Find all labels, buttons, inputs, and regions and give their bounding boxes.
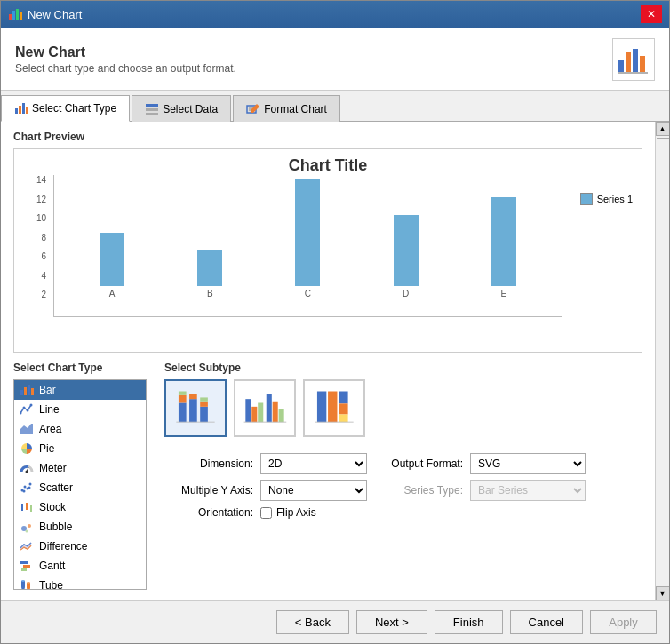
svg-rect-73 [258, 402, 263, 422]
subtype-and-options: Select Subtype [164, 362, 642, 592]
legend-label: Series 1 [597, 194, 633, 204]
subtype-icon-2[interactable] [234, 379, 296, 437]
chart-type-line[interactable]: Line [14, 400, 146, 419]
chart-type-difference[interactable]: Difference [14, 537, 146, 556]
header-icon [612, 38, 655, 81]
chart-type-gantt[interactable]: Gantt [14, 556, 146, 576]
cancel-button[interactable]: Cancel [510, 610, 583, 634]
chart-title: Chart Title [14, 149, 642, 175]
app-icon [8, 7, 22, 21]
chart-type-bubble[interactable]: Bubble [14, 517, 146, 537]
svg-rect-50 [23, 565, 30, 568]
scroll-up-arrow[interactable]: ▲ [656, 122, 670, 136]
orientation-label: Orientation: [164, 506, 253, 519]
dialog-header: New Chart Select chart type and choose a… [1, 28, 669, 91]
y-axis: 2 4 6 8 10 12 14 [23, 175, 50, 299]
bar-label-e: E [501, 289, 507, 298]
legend-color-box [580, 193, 593, 205]
title-bar: New Chart ✕ [1, 1, 669, 28]
tab-select-data-icon [145, 102, 159, 116]
chart-type-tube[interactable]: Tube [14, 576, 146, 590]
chart-type-bubble-label: Bubble [39, 521, 72, 533]
chart-type-meter-label: Meter [39, 462, 67, 474]
difference-chart-icon [20, 539, 34, 553]
scroll-thumb[interactable] [657, 138, 669, 139]
chart-type-area-label: Area [39, 423, 61, 435]
svg-rect-68 [200, 401, 208, 406]
output-format-select[interactable]: SVG PNG Flash [470, 453, 586, 474]
bar-label-d: D [403, 289, 409, 298]
tab-select-chart[interactable]: Select Chart Type [1, 95, 130, 122]
dimension-select[interactable]: 2D 3D [260, 453, 367, 474]
bar-group-c: C [295, 179, 320, 298]
bar-d [394, 215, 419, 286]
chart-type-stock[interactable]: Stock [14, 497, 146, 517]
chart-type-meter[interactable]: Meter [14, 458, 146, 478]
svg-rect-13 [146, 104, 158, 107]
svg-rect-78 [317, 391, 326, 422]
svg-rect-4 [618, 60, 624, 72]
svg-rect-7 [640, 56, 645, 72]
svg-point-24 [23, 407, 26, 409]
svg-rect-67 [200, 406, 208, 421]
bottom-section: Select Chart Type Bar [13, 362, 642, 592]
chart-type-pie-label: Pie [39, 442, 54, 455]
line-chart-icon [20, 402, 34, 417]
chart-type-section-label: Select Chart Type [13, 362, 147, 374]
svg-point-47 [26, 530, 28, 533]
bar-a [100, 233, 124, 286]
flip-axis-row: Flip Axis [260, 506, 367, 519]
chart-type-scatter[interactable]: Scatter [14, 478, 146, 497]
tab-bar: Select Chart Type Select Data Format Cha… [1, 91, 669, 122]
bar-container: A B C D [54, 175, 562, 298]
options-grid: Dimension: 2D 3D Output Format: SVG PNG … [164, 453, 642, 519]
chart-preview-box: Chart Title 2 4 6 8 10 12 14 [13, 148, 642, 353]
bar-c [295, 179, 320, 286]
svg-rect-65 [189, 399, 197, 422]
svg-rect-66 [189, 394, 197, 399]
bar-b [197, 250, 222, 286]
next-button[interactable]: Next > [356, 610, 427, 634]
multiple-y-select[interactable]: None Left Right [260, 480, 367, 501]
chart-type-tube-label: Tube [39, 579, 63, 590]
chart-legend: Series 1 [580, 193, 633, 205]
chart-type-list[interactable]: Bar Line [13, 379, 147, 590]
apply-button[interactable]: Apply [590, 610, 657, 634]
finish-button[interactable]: Finish [435, 610, 503, 634]
svg-rect-14 [146, 108, 158, 111]
chart-type-pie[interactable]: Pie [14, 439, 146, 458]
close-button[interactable]: ✕ [641, 5, 662, 23]
subtype-icon-1[interactable] [164, 379, 227, 437]
subtype-icons [164, 379, 642, 437]
bar-chart-icon [20, 383, 34, 397]
svg-rect-71 [245, 399, 251, 422]
svg-rect-63 [179, 394, 187, 402]
meter-chart-icon [20, 461, 34, 475]
bar-group-a: A [100, 233, 124, 298]
output-format-label: Output Format: [374, 457, 463, 470]
title-bar-left: New Chart [8, 7, 82, 21]
svg-rect-81 [339, 403, 347, 414]
chart-type-area[interactable]: Area [14, 419, 146, 439]
svg-rect-80 [339, 391, 347, 403]
svg-point-35 [28, 487, 31, 489]
svg-rect-15 [146, 113, 158, 115]
chart-type-section: Select Chart Type Bar [13, 362, 147, 592]
scatter-chart-icon [20, 481, 34, 495]
svg-rect-72 [251, 406, 257, 421]
new-chart-window: New Chart ✕ New Chart Select chart type … [0, 0, 670, 644]
svg-rect-10 [19, 106, 21, 114]
svg-rect-2 [16, 9, 19, 20]
back-button[interactable]: < Back [276, 610, 349, 634]
tab-format-chart[interactable]: Format Chart [233, 95, 340, 122]
subtype-icon-3[interactable] [303, 379, 365, 437]
dialog-footer: < Back Next > Finish Cancel Apply [1, 600, 669, 643]
tab-select-data[interactable]: Select Data [132, 95, 231, 122]
flip-axis-checkbox[interactable] [260, 507, 272, 519]
scroll-track [657, 136, 669, 586]
svg-rect-75 [273, 401, 278, 421]
svg-rect-20 [24, 387, 27, 395]
chart-type-line-label: Line [39, 403, 60, 416]
scroll-down-arrow[interactable]: ▼ [656, 586, 670, 600]
chart-type-bar[interactable]: Bar [14, 380, 146, 400]
